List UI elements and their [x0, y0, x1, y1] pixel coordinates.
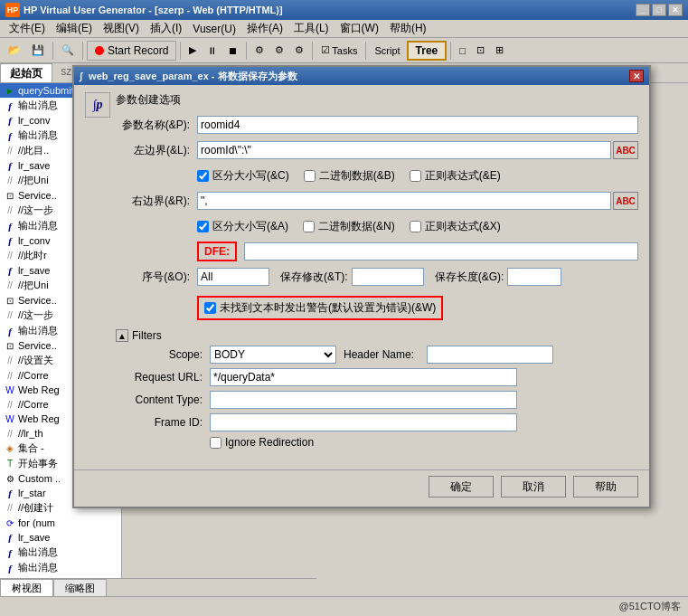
left-boundary-abc-btn[interactable]: ABC	[613, 141, 638, 159]
header-name-input[interactable]	[427, 346, 553, 364]
left-case-checkbox[interactable]	[197, 170, 209, 182]
window-controls[interactable]: _ □ ✕	[636, 4, 683, 16]
right-boundary-input[interactable]	[197, 192, 611, 210]
bottom-tabs: 树视图 缩略图	[0, 578, 316, 596]
scope-select[interactable]: BODY HEADER ALL	[210, 346, 336, 364]
pause-btn[interactable]: ⏸	[203, 41, 221, 61]
dialog-fx-symbol: ∫p	[85, 92, 110, 118]
dialog: ∫ web_reg_save_param_ex - 将数据保存为参数 ✕ ∫p …	[72, 65, 651, 508]
sidebar-label-16: 输出消息	[18, 324, 58, 337]
sidebar-item-32[interactable]: f 输出消息	[0, 560, 121, 575]
toolbar-btn-a[interactable]: ⚙	[250, 41, 269, 61]
title-bar: HP HP Virtual User Generator - [szerp - …	[0, 0, 688, 20]
dialog-close-btn[interactable]: ✕	[629, 70, 644, 82]
menu-tools[interactable]: 工具(L)	[288, 20, 335, 37]
right-binary-check[interactable]: 二进制数据(&N)	[303, 219, 395, 234]
right-regex-checkbox[interactable]	[410, 221, 421, 232]
left-case-check[interactable]: 区分大小写(&C)	[197, 168, 289, 184]
toolbar-save-btn[interactable]: 💾	[27, 41, 49, 61]
sidebar-item-29[interactable]: ⟳ for (num	[0, 516, 121, 530]
box-icon-14: ⊡	[4, 294, 16, 307]
left-regex-label: 正则表达式(&E)	[425, 168, 501, 184]
ignore-redirect-checkbox[interactable]	[210, 437, 221, 449]
save-length-input[interactable]	[507, 268, 561, 286]
content-type-input[interactable]	[210, 391, 517, 409]
param-name-input[interactable]	[197, 116, 638, 134]
filters-header[interactable]: ▲ Filters	[116, 329, 638, 342]
thumbnail-tab[interactable]: 缩略图	[53, 579, 107, 596]
play-btn[interactable]: ▶	[184, 41, 201, 61]
sidebar-label-6: //把Uni	[18, 174, 49, 187]
left-boundary-input[interactable]	[197, 141, 611, 159]
dfe-input[interactable]	[244, 242, 638, 261]
warning-checkbox[interactable]	[204, 302, 216, 314]
dialog-titlebar: ∫ web_reg_save_param_ex - 将数据保存为参数 ✕	[74, 67, 649, 85]
menu-help[interactable]: 帮助(H)	[384, 20, 432, 37]
tasks-btn[interactable]: ☑ Tasks	[316, 41, 362, 61]
start-record-label: Start Record	[108, 44, 168, 57]
toolbar-extra2[interactable]: ⊡	[472, 41, 489, 61]
sidebar-label-13: //把Uni	[18, 279, 49, 292]
menu-edit[interactable]: 编辑(E)	[51, 20, 98, 37]
content-type-row: Content Type:	[119, 391, 638, 409]
request-url-input[interactable]	[210, 368, 517, 386]
toolbar-btn-c[interactable]: ⚙	[290, 41, 308, 61]
ok-button[interactable]: 确定	[429, 476, 494, 498]
help-button[interactable]: 帮助	[573, 476, 638, 498]
menu-file[interactable]: 文件(E)	[4, 20, 51, 37]
left-binary-check[interactable]: 二进制数据(&B)	[304, 168, 395, 184]
collapse-icon[interactable]: ▲	[116, 329, 128, 342]
request-url-row: Request URL:	[119, 368, 638, 386]
right-boundary-label: 右边界(&R):	[116, 194, 197, 209]
request-url-label: Request URL:	[119, 371, 210, 384]
ignore-redirect-label[interactable]: Ignore Redirection	[210, 436, 314, 449]
toolbar: 📂 💾 🔍 Start Record ▶ ⏸ ⏹ ⚙ ⚙ ⚙ ☑ Tasks S…	[0, 38, 688, 63]
script-btn[interactable]: Script	[370, 41, 404, 61]
right-case-check[interactable]: 区分大小写(&A)	[197, 219, 288, 234]
right-boundary-abc-btn[interactable]: ABC	[613, 192, 638, 210]
sequence-label: 序号(&O):	[116, 270, 197, 285]
breadcrumb-label: 起始页	[10, 66, 42, 81]
cancel-button[interactable]: 取消	[501, 476, 566, 498]
tree-view-tab[interactable]: 树视图	[0, 579, 53, 596]
status-credit: @51CTO博客	[619, 600, 681, 613]
toolbar-search-btn[interactable]: 🔍	[57, 41, 79, 61]
filters-content: Scope: BODY HEADER ALL Header Name: Requ…	[116, 346, 638, 449]
sequence-input[interactable]	[197, 268, 269, 286]
menu-vuser[interactable]: Vuser(U)	[187, 22, 241, 36]
save-modify-input[interactable]	[352, 268, 424, 286]
sidebar-item-31[interactable]: f 输出消息	[0, 545, 121, 560]
toolbar-extra1[interactable]: □	[455, 41, 470, 61]
left-binary-checkbox[interactable]	[304, 170, 316, 182]
fx-icon-30: f	[4, 531, 16, 544]
maximize-btn[interactable]: □	[652, 4, 666, 16]
right-case-checkbox[interactable]	[197, 221, 209, 232]
left-regex-checkbox[interactable]	[410, 170, 421, 182]
tree-btn[interactable]: Tree	[407, 41, 448, 61]
toolbar-btn-b[interactable]: ⚙	[270, 41, 288, 61]
start-record-button[interactable]: Start Record	[87, 41, 176, 61]
close-btn[interactable]: ✕	[668, 4, 683, 16]
menu-action[interactable]: 操作(A)	[241, 20, 288, 37]
param-name-label: 参数名称(&P):	[116, 118, 197, 133]
stop-btn[interactable]: ⏹	[223, 41, 242, 61]
right-boundary-row: 右边界(&R): ABC	[116, 191, 638, 211]
minimize-btn[interactable]: _	[636, 4, 650, 16]
frame-id-input[interactable]	[210, 413, 517, 431]
toolbar-open-btn[interactable]: 📂	[4, 41, 25, 61]
sep4	[246, 42, 247, 60]
app-title: HP Virtual User Generator - [szerp - Web…	[24, 5, 636, 15]
menu-view[interactable]: 视图(V)	[98, 20, 145, 37]
toolbar-extra3[interactable]: ⊞	[491, 41, 508, 61]
warning-row[interactable]: 未找到文本时发出警告(默认设置为错误)(&W)	[197, 296, 443, 320]
play-icon: ▶	[189, 44, 196, 56]
left-regex-check[interactable]: 正则表达式(&E)	[410, 168, 501, 184]
menu-insert[interactable]: 插入(I)	[145, 20, 187, 37]
sidebar-item-30[interactable]: f lr_save	[0, 530, 121, 545]
warning-label: 未找到文本时发出警告(默认设置为错误)(&W)	[220, 300, 436, 316]
menu-window[interactable]: 窗口(W)	[335, 20, 384, 37]
right-binary-checkbox[interactable]	[303, 221, 315, 232]
breadcrumb-tab[interactable]: 起始页	[0, 63, 52, 82]
right-regex-check[interactable]: 正则表达式(&X)	[410, 219, 501, 234]
comment-icon-21: //	[4, 398, 16, 411]
